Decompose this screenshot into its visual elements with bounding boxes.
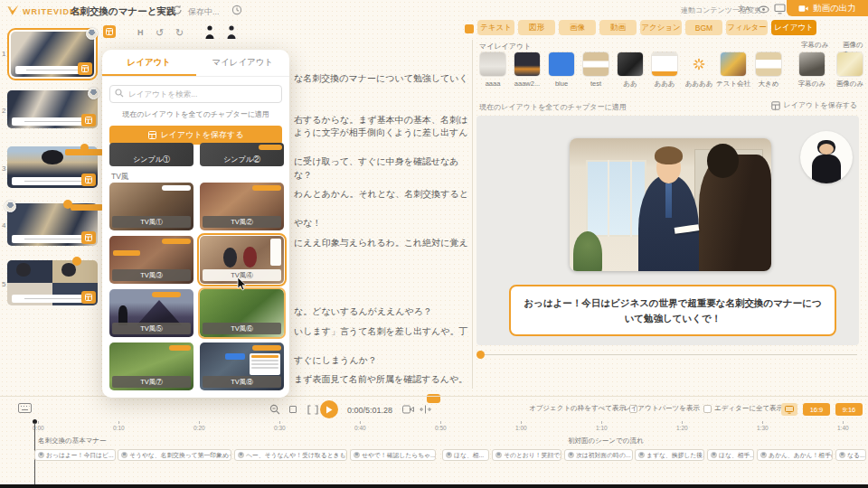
layout-item-tv-6[interactable]: TV風⑥: [200, 289, 284, 337]
timeline-clip-4[interactable]: せやで！確認したらちゃ...: [350, 449, 436, 461]
loop-range-icon[interactable]: [307, 405, 318, 415]
my-layout-thumb[interactable]: [756, 52, 781, 76]
timeline-clip-6[interactable]: そのとおり！笑顔で渡...: [492, 449, 561, 461]
preview-seek-handle[interactable]: [476, 351, 485, 359]
my-layout-thumb[interactable]: [549, 52, 574, 76]
fit-timeline-icon[interactable]: [420, 405, 431, 414]
layout-apply-button[interactable]: [81, 291, 96, 304]
my-layout-thumb[interactable]: [480, 52, 505, 76]
save-layout-link[interactable]: レイアウトを保存する: [771, 100, 858, 110]
layout-apply-button[interactable]: [78, 62, 92, 75]
undo-icon[interactable]: ↺: [156, 27, 164, 39]
my-layout-thumb[interactable]: [583, 52, 609, 76]
layout-item-tv-3[interactable]: TV風③: [109, 236, 193, 284]
layout-apply-button[interactable]: [81, 174, 96, 186]
layout-item-simple-2[interactable]: シンプル②: [200, 143, 284, 166]
toggle-object-frames[interactable]: オブジェクトの枠をすべて表示: [529, 404, 637, 413]
layout-item-tv-5[interactable]: TV風⑤: [109, 289, 193, 337]
preview-subtitle-box[interactable]: おっはよー！今日はビジネスの世界で超重要な名刺交換のマナーについて勉強していくで…: [509, 285, 836, 336]
display-icon[interactable]: [774, 4, 786, 14]
aspect-9-16-button[interactable]: 9:16: [835, 403, 863, 416]
chapter-thumbnail-1[interactable]: [7, 28, 98, 80]
layout-popup-anchor-button[interactable]: [103, 25, 116, 38]
chapter-thumbnail-2[interactable]: [7, 90, 98, 128]
popup-tab-layout[interactable]: レイアウト: [102, 50, 196, 76]
my-layout-thumb[interactable]: [721, 52, 746, 76]
history-clock-icon[interactable]: [231, 5, 242, 15]
script-line[interactable]: やな！: [294, 217, 321, 230]
refresh-icon[interactable]: [172, 5, 183, 15]
timeline-clip-8[interactable]: まずな、挨拶した後...: [635, 449, 704, 461]
timeline-clip-1[interactable]: おっはよー！今日はビ...: [34, 449, 116, 461]
preview-canvas[interactable]: おっはよー！今日はビジネスの世界で超重要な名刺交換のマナーについて勉強していくで…: [476, 116, 859, 345]
my-layout-thumb[interactable]: [514, 52, 540, 76]
tab-bgm[interactable]: BGM: [685, 20, 722, 35]
timeline-clip-3[interactable]: へー、そうなんや！受け取るときも両...: [234, 449, 347, 461]
script-line[interactable]: まず表面見て名前や所属を確認するんや。: [294, 373, 467, 386]
tab-image[interactable]: 画像: [559, 20, 596, 35]
timeline-clip-5[interactable]: ほな、相...: [442, 449, 489, 461]
popup-save-layout-button[interactable]: レイアウトを保存する: [109, 126, 282, 145]
play-button[interactable]: [320, 400, 338, 418]
popup-apply-all-link[interactable]: 現在のレイアウトを全てのチャプターに適用: [102, 109, 289, 119]
script-line[interactable]: すぐにしまうんか？: [294, 354, 377, 367]
my-layout-thumb[interactable]: [652, 52, 677, 76]
eye-icon[interactable]: [758, 5, 769, 14]
timeline-clip-10[interactable]: あかん、あかん！相手の名...: [757, 449, 833, 461]
tab-layout[interactable]: レイアウト: [771, 20, 816, 35]
popup-tab-my-layout[interactable]: マイレイアウト: [196, 50, 290, 76]
timeline-clip-2[interactable]: そうやな、名刺交換って第一印象めっ...: [118, 449, 231, 461]
checkbox-unchecked[interactable]: [703, 405, 712, 413]
heading-tool-icon[interactable]: H: [137, 28, 144, 37]
script-line[interactable]: な。どないするんがええんやろ？: [294, 305, 432, 318]
scene-image[interactable]: [570, 138, 771, 271]
character-2-icon[interactable]: [226, 25, 237, 40]
layout-search-input[interactable]: [109, 85, 282, 103]
script-line[interactable]: わんとあかん。それとな、名刺交換すると: [294, 188, 468, 201]
script-line[interactable]: な？: [294, 169, 312, 182]
aspect-16-9-button[interactable]: 16:9: [803, 403, 830, 416]
export-video-button[interactable]: 動画の出力: [787, 0, 868, 16]
chapter-label-2[interactable]: 初対面のシーンでの流れ: [568, 436, 644, 446]
script-line[interactable]: な名刺交換のマナーについて勉強していく: [294, 72, 468, 85]
preview-mode-button[interactable]: [781, 403, 797, 416]
my-layout-thumb[interactable]: [799, 52, 825, 76]
tab-filter[interactable]: フィルター: [726, 20, 768, 35]
translate-icon[interactable]: 文A: [738, 4, 750, 14]
layout-item-tv-2[interactable]: TV風②: [200, 183, 284, 230]
layout-item-simple-1[interactable]: シンプル①: [109, 143, 193, 166]
character-1-icon[interactable]: [204, 25, 215, 40]
chapter-label-1[interactable]: 名刺交換の基本マナー: [38, 436, 107, 446]
script-line[interactable]: 右するからな。まず基本中の基本、名刺は: [294, 114, 467, 127]
apply-all-chapters-link[interactable]: 現在のレイアウトを全てのチャプターに適用: [479, 102, 627, 112]
layout-item-tv-8[interactable]: TV風⑧: [200, 343, 284, 390]
zoom-out-icon[interactable]: [269, 404, 280, 415]
preview-seekbar[interactable]: [480, 354, 857, 355]
layout-apply-button[interactable]: [81, 114, 96, 127]
script-line[interactable]: ように文字が相手側向くように差し出すん: [294, 127, 468, 139]
keyboard-shortcut-icon[interactable]: [18, 403, 32, 413]
script-line[interactable]: に受け取って、すぐに中身を確認せなあ: [294, 155, 459, 168]
layout-item-tv-1[interactable]: TV風①: [109, 183, 193, 230]
tab-action[interactable]: アクション: [640, 20, 682, 35]
tab-text[interactable]: テキスト: [477, 20, 514, 35]
layout-item-tv-7[interactable]: TV風⑦: [109, 343, 193, 390]
redo-icon[interactable]: ↻: [175, 27, 184, 39]
tab-shape[interactable]: 図形: [518, 20, 555, 35]
my-layout-thumb[interactable]: [837, 52, 863, 76]
chapter-thumbnail-4[interactable]: [7, 203, 98, 246]
script-line[interactable]: にええ印象与えられるわ。これ絶対に覚え: [294, 237, 468, 249]
tab-video[interactable]: 動画: [599, 20, 637, 35]
my-layout-thumb[interactable]: [618, 52, 643, 76]
record-camera-icon[interactable]: [402, 405, 414, 414]
timeline-clip-9[interactable]: ほな、相手...: [707, 449, 754, 461]
toggle-layout-parts[interactable]: レイアウトパーツを表示: [624, 404, 712, 413]
chapter-thumbnail-3[interactable]: [7, 146, 98, 188]
panel-collapse-icon[interactable]: [465, 24, 474, 33]
timeline-clip-7[interactable]: 次は初対面の時の...: [564, 449, 633, 461]
layout-apply-button[interactable]: [81, 231, 96, 244]
stop-icon[interactable]: [289, 406, 297, 413]
my-layout-thumb-loading[interactable]: [686, 52, 712, 76]
presenter-avatar[interactable]: [800, 131, 853, 183]
chapter-thumbnail-5[interactable]: [7, 260, 98, 305]
